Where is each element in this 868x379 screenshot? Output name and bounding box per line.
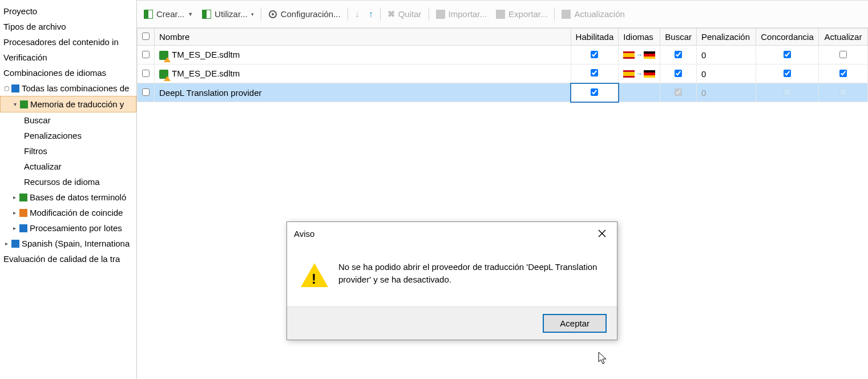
- dialog-message: No se ha podido abrir el proveedor de tr…: [338, 261, 603, 287]
- tree-label: Filtros: [24, 146, 47, 156]
- termbase-icon: [19, 193, 27, 201]
- button-label: Importar...: [449, 9, 487, 19]
- row-select-checkbox[interactable]: [142, 51, 150, 58]
- tree-item-spanish[interactable]: ▸ Spanish (Spain, Internationa: [0, 236, 136, 251]
- tree-item-match-repair[interactable]: ▸ Modificación de coincide: [0, 205, 136, 220]
- batch-icon: [19, 224, 27, 232]
- export-icon: [496, 10, 505, 19]
- flag-de-icon: [644, 51, 655, 59]
- button-label: Configuración...: [281, 9, 341, 19]
- use-button[interactable]: Utilizar... ▾: [197, 7, 259, 21]
- penalty-cell: 0: [697, 83, 756, 102]
- arrow-down-icon: ↓: [355, 9, 360, 19]
- tm-file-icon: [159, 70, 168, 79]
- tree-item-penalties[interactable]: Penalizaciones: [0, 128, 136, 143]
- ok-button[interactable]: Aceptar: [543, 314, 607, 333]
- tree-item-update[interactable]: Actualizar: [0, 159, 136, 174]
- enabled-checkbox[interactable]: [591, 88, 598, 96]
- update-checkbox[interactable]: [839, 51, 847, 58]
- arrow-up-icon: ↑: [369, 9, 373, 19]
- enabled-checkbox[interactable]: [591, 51, 598, 58]
- tree-label: Modificación de coincide: [30, 208, 123, 217]
- row-select-checkbox[interactable]: [142, 70, 150, 77]
- row-select-checkbox[interactable]: [142, 88, 150, 96]
- tree-label: Memoria de traducción y: [30, 99, 124, 109]
- tree-item-language-pairs[interactable]: Combinaciones de idiomas: [0, 65, 136, 80]
- header-concordance[interactable]: Concordancia: [756, 29, 819, 46]
- button-label: Crear...: [156, 9, 184, 19]
- button-label: Actualización: [574, 9, 624, 19]
- header-enabled[interactable]: Habilitada: [571, 29, 619, 46]
- tree-item-project[interactable]: Proyecto: [0, 3, 136, 19]
- config-button[interactable]: Configuración...: [264, 7, 345, 21]
- tree-item-translation-memory[interactable]: ▾ Memoria de traducción y: [0, 96, 136, 112]
- row-name: DeepL Translation provider: [159, 88, 262, 98]
- update-icon: [562, 10, 571, 19]
- header-search[interactable]: Buscar: [660, 29, 697, 46]
- header-name[interactable]: Nombre: [155, 29, 571, 46]
- export-button[interactable]: Exportar...: [491, 7, 552, 21]
- header-penalty[interactable]: Penalización: [697, 29, 756, 46]
- chevron-down-icon: ▼: [188, 11, 193, 17]
- header-select-all[interactable]: [138, 29, 155, 46]
- expand-icon[interactable]: ▸: [11, 225, 17, 231]
- tree-item-all-language-pairs[interactable]: ▢ Todas las combinaciones de: [0, 80, 136, 96]
- enabled-checkbox[interactable]: [591, 69, 598, 76]
- expand-icon[interactable]: ▸: [11, 210, 17, 216]
- collapse-icon[interactable]: ▢: [3, 86, 9, 91]
- penalty-cell[interactable]: 0: [697, 64, 756, 83]
- header-languages[interactable]: Idiomas: [619, 29, 660, 46]
- dialog-titlebar: Aviso: [287, 222, 617, 245]
- search-checkbox[interactable]: [675, 51, 682, 58]
- row-name: TM_ES_DE.sdltm: [172, 68, 240, 78]
- tree-label: Combinaciones de idiomas: [3, 68, 106, 78]
- tree-item-termbases[interactable]: ▸ Bases de datos terminoló: [0, 190, 136, 205]
- table-row[interactable]: TM_ES_DE.sdltm → 0: [138, 64, 868, 83]
- dialog-title: Aviso: [294, 229, 314, 239]
- concordance-checkbox[interactable]: [784, 70, 791, 77]
- remove-button[interactable]: ✖ Quitar: [383, 6, 426, 22]
- separator: [429, 8, 429, 21]
- update-checkbox[interactable]: [839, 70, 847, 77]
- dialog-footer: Aceptar: [287, 307, 617, 340]
- tree-item-filters[interactable]: Filtros: [0, 143, 136, 159]
- search-checkbox[interactable]: [675, 70, 682, 77]
- penalty-cell[interactable]: 0: [697, 46, 756, 64]
- import-button[interactable]: Importar...: [431, 7, 492, 21]
- select-all-checkbox[interactable]: [142, 33, 150, 40]
- move-down-button[interactable]: ↓: [350, 7, 364, 22]
- toolbar: Crear... ▼ Utilizar... ▾ Configuración..…: [137, 1, 868, 28]
- tree-item-quality-evaluation[interactable]: Evaluación de calidad de la tra: [0, 251, 136, 267]
- header-update[interactable]: Actualizar: [819, 29, 868, 46]
- import-icon: [436, 10, 445, 19]
- language-pair: →: [623, 70, 655, 78]
- separator: [261, 8, 261, 21]
- concordance-checkbox[interactable]: [784, 51, 791, 58]
- tree-item-batch-processing[interactable]: ▸ Procesamiento por lotes: [0, 220, 136, 236]
- create-button[interactable]: Crear... ▼: [139, 7, 197, 21]
- tree-label: Tipos de archivo: [3, 22, 66, 31]
- table-row[interactable]: TM_ES_DE.sdltm → 0: [138, 46, 868, 64]
- collapse-icon[interactable]: ▾: [12, 102, 18, 107]
- chevron-down-icon: ▾: [251, 11, 254, 17]
- tree-item-search[interactable]: Buscar: [0, 112, 136, 128]
- tree-item-content-processors[interactable]: Procesadores del contenido in: [0, 34, 136, 50]
- language-icon: [11, 240, 19, 248]
- tm-use-icon: [202, 10, 211, 19]
- tree-label: Buscar: [24, 115, 51, 125]
- flag-es-icon: [623, 51, 635, 59]
- close-button[interactable]: [594, 227, 610, 240]
- table-row[interactable]: DeepL Translation provider 0: [138, 83, 868, 102]
- expand-icon[interactable]: ▸: [11, 195, 17, 200]
- tree-item-verification[interactable]: Verificación: [0, 50, 136, 65]
- move-up-button[interactable]: ↑: [364, 7, 378, 22]
- update-checkbox: [839, 88, 847, 96]
- tm-file-icon: [159, 51, 168, 60]
- tree-item-filetypes[interactable]: Tipos de archivo: [0, 19, 136, 34]
- tree-label: Actualizar: [24, 162, 62, 171]
- language-pair: →: [623, 51, 655, 59]
- expand-icon[interactable]: ▸: [3, 241, 9, 247]
- update-button[interactable]: Actualización: [557, 7, 629, 21]
- tree-item-language-resources[interactable]: Recursos de idioma: [0, 174, 136, 190]
- warning-dialog: Aviso No se ha podido abrir el proveedor…: [286, 221, 617, 340]
